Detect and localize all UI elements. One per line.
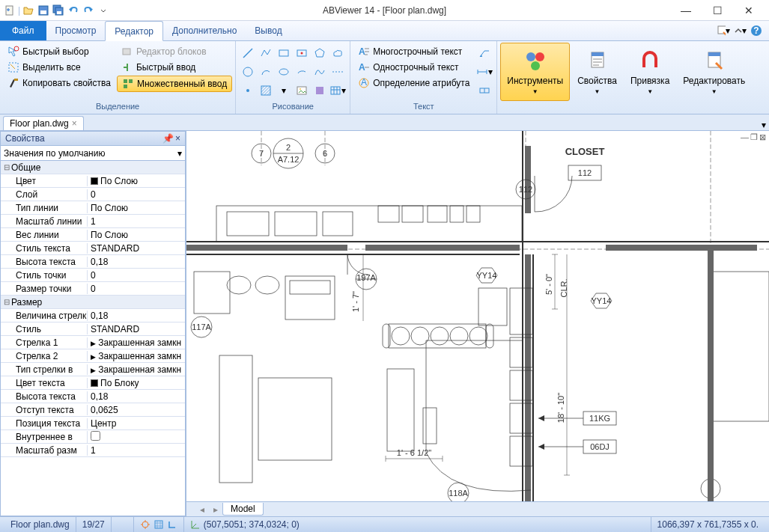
- prop-row[interactable]: Внутреннее в: [1, 430, 185, 444]
- stext-button[interactable]: AОднострочный текст: [353, 60, 474, 75]
- quick-select-button[interactable]: Быстрый выбор: [3, 44, 115, 59]
- prop-row[interactable]: Высота текста0,18: [1, 255, 185, 269]
- tab-next-icon[interactable]: ▸: [209, 504, 222, 515]
- svg-rect-74: [402, 206, 423, 222]
- viewport-close-icon[interactable]: ⊠: [759, 132, 766, 142]
- menu-view[interactable]: Просмотр: [46, 21, 106, 40]
- ortho-icon[interactable]: [167, 519, 177, 531]
- cloud-tool[interactable]: [329, 44, 347, 62]
- copy-props-button[interactable]: Копировать свойства: [3, 76, 115, 91]
- prop-row[interactable]: Цвет текстаПо Блоку: [1, 376, 185, 390]
- hatch-tool[interactable]: [257, 82, 275, 100]
- menu-output[interactable]: Вывод: [246, 21, 291, 40]
- prop-row[interactable]: ЦветПо Слою: [1, 174, 185, 188]
- attrdef-button[interactable]: AОпределение атрибута: [353, 76, 474, 91]
- tab-prev-icon[interactable]: ◂: [195, 504, 209, 515]
- dimension-tool[interactable]: ▾: [475, 63, 493, 81]
- spline-tool[interactable]: [311, 63, 329, 81]
- circle-tool[interactable]: [239, 63, 257, 81]
- qat-dropdown-icon[interactable]: [97, 4, 110, 17]
- polygon-tool[interactable]: [311, 44, 329, 62]
- save-all-icon[interactable]: [52, 4, 65, 17]
- block-insert-tool[interactable]: [311, 82, 329, 100]
- svg-rect-13: [124, 79, 127, 83]
- multi-input-toggle[interactable]: Множественный ввод: [117, 76, 232, 92]
- status-zoom: 1066,397 x 761,7355 x 0.: [651, 517, 765, 532]
- prop-category-dimension[interactable]: ⊟Размер: [1, 296, 185, 309]
- point-tool[interactable]: [239, 82, 257, 100]
- open-icon[interactable]: [22, 4, 35, 17]
- redo-icon[interactable]: [82, 4, 95, 17]
- prop-row[interactable]: Тип стрелки в▶ Закрашенная замкн: [1, 363, 185, 376]
- prop-category-general[interactable]: ⊟Общие: [1, 161, 185, 174]
- prop-row[interactable]: Размер точки0: [1, 282, 185, 296]
- drawing-canvas[interactable]: 7 6 2 A7.12 5 CLOSET 112: [186, 131, 769, 501]
- default-values-dropdown[interactable]: Значения по умолчанию▾: [0, 146, 186, 161]
- prop-row[interactable]: Масштаб разм1: [1, 444, 185, 457]
- rect-tool[interactable]: [275, 44, 293, 62]
- menu-editor[interactable]: Редактор: [105, 21, 163, 41]
- close-button[interactable]: ✕: [738, 3, 760, 18]
- props-panel-button[interactable]: Свойства▼: [571, 43, 623, 101]
- window-title: ABViewer 14 - [Floor plan.dwg]: [323, 5, 446, 16]
- options-icon[interactable]: ▾: [717, 24, 730, 37]
- prop-row[interactable]: Отступ текста0,0625: [1, 403, 185, 417]
- inner-checkbox[interactable]: [91, 431, 100, 441]
- new-file-icon[interactable]: [3, 4, 16, 17]
- help-icon[interactable]: ?: [750, 24, 763, 37]
- file-tab[interactable]: Floor plan.dwg ×: [3, 116, 84, 130]
- viewport-restore-icon[interactable]: ❐: [750, 132, 758, 142]
- edit-panel-button[interactable]: Редактировать▼: [677, 43, 751, 101]
- prop-row[interactable]: Тип линииПо Слою: [1, 201, 185, 215]
- viewport-min-icon[interactable]: —: [741, 132, 749, 142]
- svg-text:112: 112: [519, 185, 532, 194]
- leader-tool[interactable]: [475, 44, 493, 62]
- prop-row[interactable]: Стрелка 2▶ Закрашенная замкн: [1, 349, 185, 363]
- model-tab[interactable]: Model: [222, 503, 264, 516]
- prop-row[interactable]: Вес линииПо Слою: [1, 228, 185, 242]
- maximize-button[interactable]: ☐: [706, 3, 729, 18]
- tools-panel-button[interactable]: Инструменты▼: [500, 43, 570, 101]
- select-all-button[interactable]: Выделить все: [3, 60, 115, 75]
- prop-row[interactable]: Масштаб линии1: [1, 215, 185, 228]
- pin-icon[interactable]: 📌: [162, 133, 174, 144]
- ribbon-group-panels: Инструменты▼ Свойства▼ Привязка▼ Редакти…: [497, 41, 754, 114]
- polyline-tool[interactable]: [257, 44, 275, 62]
- ellipse-arc-tool[interactable]: [293, 63, 311, 81]
- prop-row[interactable]: Стиль точки0: [1, 269, 185, 282]
- locate-icon[interactable]: [140, 519, 151, 531]
- svg-point-32: [526, 52, 535, 61]
- svg-rect-95: [423, 408, 437, 444]
- image-tool[interactable]: [293, 82, 311, 100]
- prop-row[interactable]: Слой0: [1, 188, 185, 201]
- file-tab-close-icon[interactable]: ×: [72, 118, 77, 129]
- solid-tool[interactable]: ▾: [275, 82, 293, 100]
- menu-extra[interactable]: Дополнительно: [163, 21, 246, 40]
- prop-row[interactable]: Величина стрелки0,18: [1, 309, 185, 322]
- prop-row[interactable]: Высота текста0,18: [1, 390, 185, 403]
- prop-row[interactable]: Стрелка 1▶ Закрашенная замкн: [1, 336, 185, 349]
- undo-icon[interactable]: [67, 4, 80, 17]
- save-icon[interactable]: [37, 4, 50, 17]
- rect-center-tool[interactable]: [293, 44, 311, 62]
- menu-file[interactable]: Файл: [0, 21, 46, 40]
- prop-row[interactable]: Позиция текстаЦентр: [1, 417, 185, 430]
- panel-close-icon[interactable]: ×: [175, 133, 180, 144]
- snap-panel-button[interactable]: Привязка▼: [624, 43, 675, 101]
- line-tool[interactable]: [239, 44, 257, 62]
- quick-input-button[interactable]: Быстрый ввод: [117, 60, 232, 75]
- prop-row[interactable]: СтильSTANDARD: [1, 322, 185, 336]
- arc-tool[interactable]: [257, 63, 275, 81]
- ellipse-tool[interactable]: [275, 63, 293, 81]
- minimize-button[interactable]: —: [675, 3, 697, 18]
- table-tool[interactable]: ▾: [329, 82, 347, 100]
- grid-snap-icon[interactable]: [154, 519, 164, 531]
- titlebar: | ABViewer 14 - [Floor plan.dwg] — ☐ ✕: [0, 0, 769, 21]
- construction-line-tool[interactable]: [329, 63, 347, 81]
- ribbon-min-icon[interactable]: ▾: [733, 24, 747, 37]
- mtext-button[interactable]: AМногострочный текст: [353, 44, 474, 59]
- tolerance-tool[interactable]: [475, 82, 493, 100]
- svg-rect-83: [290, 281, 330, 294]
- prop-row[interactable]: Стиль текстаSTANDARD: [1, 242, 185, 255]
- tabstrip-menu-icon[interactable]: ▾: [762, 120, 769, 130]
